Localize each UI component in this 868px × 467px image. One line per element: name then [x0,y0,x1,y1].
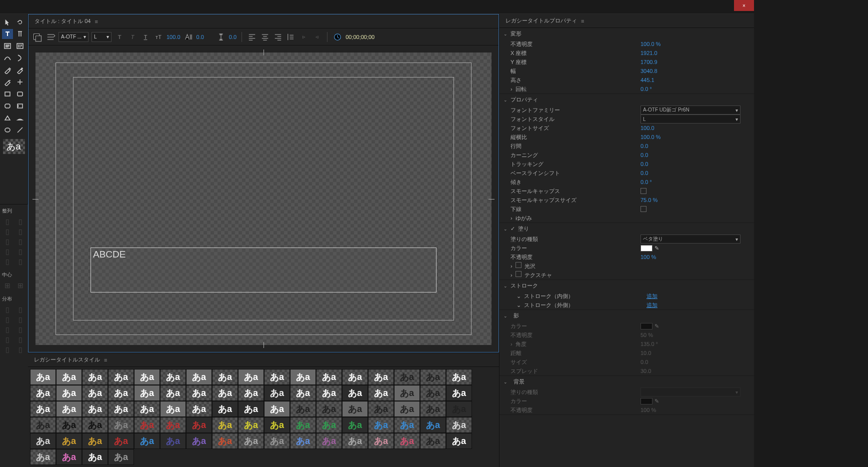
style-swatch[interactable]: あa [56,369,82,385]
style-swatch[interactable]: あa [30,433,56,449]
fill-opacity-value[interactable]: 100 % [640,254,656,260]
style-swatch[interactable]: あa [160,385,186,401]
style-swatch[interactable]: あa [56,417,82,433]
shadow-angle-value[interactable]: 135.0 ° [640,341,658,347]
style-swatch[interactable]: あa [238,369,264,385]
pen-tool[interactable] [2,65,13,75]
style-swatch[interactable]: あa [342,401,368,417]
align-bottom[interactable]: ▯ [15,236,26,246]
style-swatch[interactable]: あa [160,417,186,433]
style-swatch[interactable]: あa [316,369,342,385]
bold-button[interactable]: T [114,32,124,42]
style-swatch[interactable]: あa [264,385,290,401]
style-swatch[interactable]: あa [446,417,472,433]
text-box[interactable]: ABCDE [90,248,436,292]
style-swatch[interactable]: あa [316,417,342,433]
kerning-prop-value[interactable]: 0.0 [640,152,648,158]
shadow-distance-value[interactable]: 10.0 [640,350,651,356]
properties-menu-icon[interactable]: ≡ [581,18,584,24]
type-tool[interactable] [2,29,13,39]
shadow-spread-value[interactable]: 30.0 [640,368,651,374]
style-swatch[interactable]: あa [134,385,160,401]
baseline-value[interactable]: 0.0 [640,170,648,176]
stroke-inner-add[interactable]: 追加 [646,292,658,300]
style-swatch[interactable]: あa [186,417,212,433]
align-v4[interactable]: ▯ [15,256,26,266]
style-swatch[interactable]: あa [420,385,446,401]
styles-menu-icon[interactable]: ≡ [104,357,107,363]
style-swatch[interactable]: あa [264,401,290,417]
style-swatch[interactable]: あa [394,417,420,433]
rotate-tool[interactable] [15,17,26,27]
new-title-button[interactable] [32,32,42,42]
style-swatch[interactable]: あa [290,385,316,401]
style-swatch[interactable]: あa [30,449,56,465]
font-style-dropdown[interactable]: L▾ [640,114,740,124]
leading-value[interactable]: 0.0 [229,34,236,40]
style-swatch[interactable]: あa [108,449,134,465]
shadow-size-value[interactable]: 0.0 [640,359,648,365]
dist-3[interactable]: ▯ [2,314,13,324]
style-swatch[interactable]: あa [446,433,472,449]
style-swatch[interactable]: あa [56,449,82,465]
bg-dropper-icon[interactable]: ✎ [654,398,659,404]
clipped-rect-tool[interactable] [2,101,13,111]
aspect-value[interactable]: 100.0 % [640,134,660,140]
style-swatch[interactable]: あa [316,433,342,449]
font-size-value[interactable]: 100.0 [166,34,180,40]
dist-1[interactable]: ▯ [2,304,13,314]
style-swatch[interactable]: あa [30,401,56,417]
style-swatch[interactable]: あa [108,401,134,417]
width-value[interactable]: 3040.8 [640,68,658,74]
style-swatch[interactable]: あa [160,401,186,417]
vertical-path-type-tool[interactable] [15,53,26,63]
show-video-button[interactable]: ▹ [299,32,309,42]
style-swatch[interactable]: あa [420,401,446,417]
smallcaps-size-value[interactable]: 75.0 % [640,197,658,203]
style-swatch[interactable]: あa [82,417,108,433]
fill-section[interactable]: ⌄✓塗り [500,223,754,234]
font-style-select[interactable]: L▾ [92,32,112,42]
shadow-color-swatch[interactable] [640,323,652,330]
rounded-rect-tool[interactable] [15,89,26,99]
style-swatch[interactable]: あa [290,401,316,417]
align-v1[interactable]: ▯ [2,246,13,256]
align-left[interactable]: ▯ [2,216,13,226]
style-swatch[interactable]: あa [108,417,134,433]
align-top[interactable]: ▯ [15,226,26,236]
bg-opacity-value[interactable]: 100 % [640,407,656,413]
align-vcenter[interactable]: ▯ [2,236,13,246]
style-swatch[interactable]: あa [212,385,238,401]
style-swatch[interactable]: あa [160,433,186,449]
align-v3[interactable]: ▯ [2,256,13,266]
style-swatch[interactable]: あa [186,401,212,417]
styles-tab[interactable]: レガシータイトルスタイル ≡ [28,353,499,367]
vertical-area-type-tool[interactable] [15,41,26,51]
style-swatch[interactable]: あa [238,433,264,449]
smallcaps-checkbox[interactable] [640,188,646,194]
sync-button[interactable] [332,32,342,42]
tracking-value[interactable]: 0.0 [640,161,648,167]
style-swatch[interactable]: あa [316,401,342,417]
align-hcenter[interactable]: ▯ [15,216,26,226]
style-swatch[interactable]: あa [264,433,290,449]
style-swatch[interactable]: あa [342,369,368,385]
sheen-checkbox[interactable] [516,262,522,268]
style-swatch[interactable]: あa [290,369,316,385]
rectangle-tool[interactable] [2,89,13,99]
style-swatch[interactable]: あa [82,401,108,417]
style-swatch[interactable]: あa [56,385,82,401]
line-tool[interactable] [15,125,26,135]
style-swatch[interactable]: あa [82,433,108,449]
dist-4[interactable]: ▯ [15,314,26,324]
dist-7[interactable]: ▯ [2,334,13,344]
style-swatch[interactable]: あa [30,417,56,433]
style-swatch[interactable]: あa [368,433,394,449]
panel-menu-icon[interactable]: ≡ [94,18,98,24]
style-swatch[interactable]: あa [134,433,160,449]
style-swatch[interactable]: あa [238,401,264,417]
style-swatch[interactable]: あa [212,401,238,417]
font-family-select[interactable]: A-OTF ...▾ [58,32,88,42]
timecode-value[interactable]: 00;00;00;00 [346,34,374,40]
selection-tool[interactable] [2,17,13,27]
